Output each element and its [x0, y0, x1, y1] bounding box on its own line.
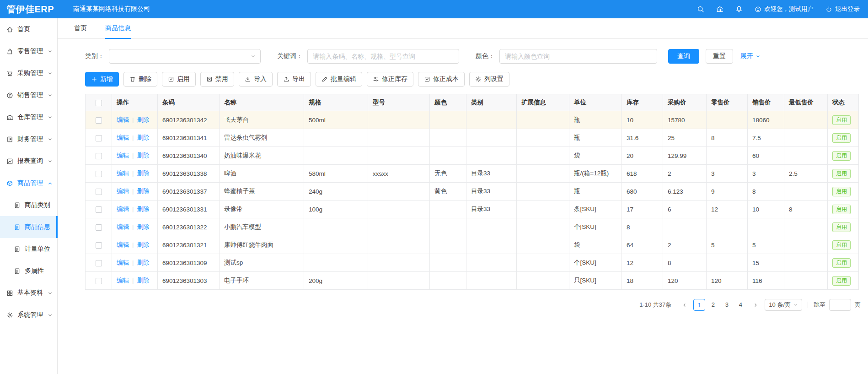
delete-link[interactable]: 删除: [137, 223, 150, 230]
toolbar-add-button[interactable]: 新增: [85, 72, 119, 87]
sidebar-item-system[interactable]: 系统管理: [0, 304, 57, 326]
tab-home[interactable]: 首页: [74, 18, 87, 38]
chevron-down-icon: [793, 303, 798, 307]
sidebar-item-label: 商品管理: [17, 179, 48, 187]
sidebar-item-multi-attribute[interactable]: 多属性: [0, 260, 57, 282]
edit-link[interactable]: 编辑: [117, 152, 129, 159]
cell-unit: 瓶: [569, 111, 622, 129]
row-checkbox[interactable]: [96, 171, 102, 177]
row-checkbox[interactable]: [96, 206, 102, 213]
sales-icon: [6, 92, 13, 99]
app-logo: 管伊佳ERP: [0, 3, 68, 16]
toolbar-import-button[interactable]: 导入: [239, 72, 273, 87]
row-checkbox[interactable]: [96, 189, 102, 195]
search-button[interactable]: 查询: [668, 49, 699, 64]
expand-link[interactable]: 展开: [740, 52, 761, 60]
toolbar-adjust-stock-button[interactable]: 修正库存: [367, 72, 413, 87]
sidebar-item-retail[interactable]: 零售管理: [0, 40, 57, 62]
sidebar-item-sales[interactable]: 销售管理: [0, 84, 57, 106]
toolbar-export-button[interactable]: 导出: [277, 72, 311, 87]
toolbar-delete-button[interactable]: 删除: [123, 72, 157, 87]
column-header: 操作: [112, 94, 158, 111]
color-input[interactable]: [499, 49, 657, 64]
page-button[interactable]: 2: [707, 299, 719, 311]
delete-link[interactable]: 删除: [137, 206, 150, 212]
row-checkbox[interactable]: [96, 242, 102, 249]
jump-page-input[interactable]: [829, 299, 851, 311]
sidebar-item-basic-data[interactable]: 基本资料: [0, 282, 57, 304]
cell-stock: 18: [622, 272, 663, 290]
column-header: 零售价: [707, 94, 748, 111]
row-checkbox[interactable]: [96, 260, 102, 266]
cell-ext: [517, 254, 569, 272]
cell-ext: [517, 147, 569, 165]
cell-select: [86, 183, 112, 201]
delete-link[interactable]: 删除: [137, 259, 150, 266]
cell-barcode: 6901236301340: [158, 147, 220, 165]
row-checkbox[interactable]: [96, 153, 102, 159]
operation-separator: |: [132, 241, 134, 248]
select-all-checkbox[interactable]: [96, 100, 102, 106]
cell-color: 黄色: [430, 183, 466, 201]
edit-link[interactable]: 编辑: [117, 241, 129, 248]
sidebar-item-purchase[interactable]: 采购管理: [0, 62, 57, 84]
reset-button[interactable]: 重置: [706, 49, 733, 64]
sidebar-item-finance[interactable]: 财务管理: [0, 128, 57, 150]
delete-link[interactable]: 删除: [137, 134, 150, 141]
edit-link[interactable]: 编辑: [117, 170, 129, 177]
edit-link[interactable]: 编辑: [117, 223, 129, 230]
row-checkbox[interactable]: [96, 135, 102, 141]
toolbar-disable-button[interactable]: 禁用: [200, 72, 234, 87]
prev-page-button[interactable]: [679, 299, 690, 310]
row-checkbox[interactable]: [96, 224, 102, 231]
search-icon[interactable]: [697, 5, 704, 13]
edit-link[interactable]: 编辑: [117, 259, 129, 266]
toolbar-batch-edit-button[interactable]: 批量编辑: [316, 72, 362, 87]
page-unit-label: 页: [855, 301, 861, 309]
page-button[interactable]: 3: [721, 299, 733, 311]
finance-icon: [6, 136, 13, 143]
delete-link[interactable]: 删除: [137, 152, 150, 159]
sidebar-item-goods-info[interactable]: 商品信息: [0, 216, 57, 238]
user-welcome[interactable]: 欢迎您，测试用户: [755, 5, 814, 13]
edit-link[interactable]: 编辑: [117, 134, 129, 141]
cell-barcode: 6901236301341: [158, 129, 220, 147]
sidebar-item-measure-unit[interactable]: 计量单位: [0, 238, 57, 260]
edit-link[interactable]: 编辑: [117, 116, 129, 123]
edit-link[interactable]: 编辑: [117, 188, 129, 195]
page-size-select[interactable]: 10 条/页: [765, 299, 802, 311]
category-select[interactable]: [109, 49, 261, 64]
sidebar-item-warehouse[interactable]: 仓库管理: [0, 106, 57, 128]
delete-link[interactable]: 删除: [137, 170, 150, 177]
page-button[interactable]: 4: [734, 299, 746, 311]
table-row: 编辑|删除 6901236301331录像带100g目录33条[SKU]1761…: [86, 201, 859, 218]
edit-link[interactable]: 编辑: [117, 206, 129, 212]
sidebar-item-home[interactable]: 首页: [0, 18, 57, 40]
bell-icon[interactable]: [735, 5, 743, 13]
chevron-up-icon: [48, 181, 53, 186]
sidebar-item-report[interactable]: 报表查询: [0, 150, 57, 172]
toolbar-column-settings-button[interactable]: 列设置: [469, 72, 509, 87]
keyword-input[interactable]: [307, 49, 459, 64]
tab-product-info[interactable]: 商品信息: [105, 18, 131, 38]
sidebar-item-goods-category[interactable]: 商品类别: [0, 194, 57, 216]
delete-link[interactable]: 删除: [137, 277, 150, 284]
logout-button[interactable]: 退出登录: [825, 5, 860, 13]
next-page-button[interactable]: [750, 299, 761, 310]
row-checkbox[interactable]: [96, 117, 102, 124]
cell-retail: 12: [707, 201, 748, 218]
page-button[interactable]: 1: [693, 299, 705, 311]
delete-link[interactable]: 删除: [137, 188, 150, 195]
cell-status: 启用: [828, 272, 859, 290]
edit-link[interactable]: 编辑: [117, 277, 129, 284]
cell-min: [784, 111, 828, 129]
delete-link[interactable]: 删除: [137, 241, 150, 248]
cell-unit: 瓶/(箱=12瓶): [569, 165, 622, 183]
building-icon[interactable]: [716, 5, 723, 13]
toolbar-enable-button[interactable]: 启用: [162, 72, 196, 87]
delete-link[interactable]: 删除: [137, 116, 150, 123]
toolbar-adjust-cost-button[interactable]: 修正成本: [418, 72, 465, 87]
cell-retail: [707, 111, 748, 129]
sidebar-item-goods[interactable]: 商品管理: [0, 172, 57, 194]
row-checkbox[interactable]: [96, 278, 102, 284]
